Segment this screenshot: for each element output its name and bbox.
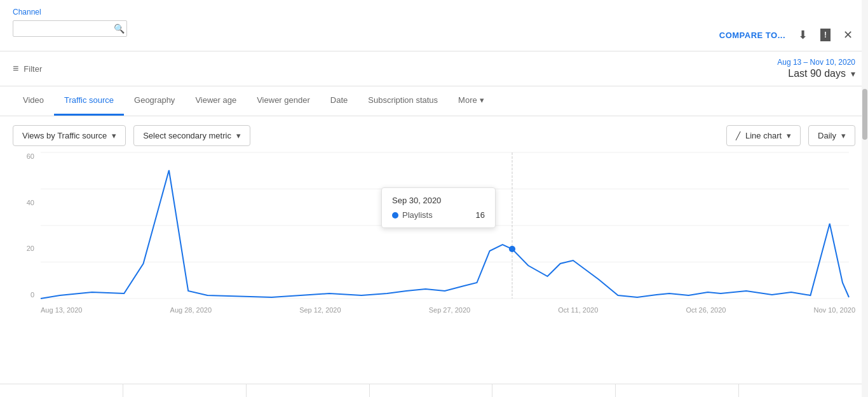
tab-viewer-gender[interactable]: Viewer gender	[247, 86, 320, 116]
date-range-arrow: ▾	[851, 69, 855, 79]
tab-geography[interactable]: Geography	[124, 86, 185, 116]
bottom-tab-3[interactable]	[247, 384, 370, 397]
bottom-tab-1[interactable]	[0, 384, 123, 397]
channel-search-box[interactable]: 🔍	[13, 20, 127, 37]
tabs-container: Video Traffic source Geography Viewer ag…	[0, 86, 868, 116]
controls-left: Views by Traffic source ▾ Select seconda…	[13, 125, 250, 146]
filter-button[interactable]: ≡ Filter	[13, 63, 42, 74]
more-label: More	[458, 95, 477, 105]
filter-bar: ≡ Filter Aug 13 – Nov 10, 2020 Last 90 d…	[0, 51, 868, 86]
tab-viewer-age[interactable]: Viewer age	[185, 86, 247, 116]
date-range-main[interactable]: Last 90 days ▾	[788, 68, 855, 79]
scrollbar[interactable]	[862, 0, 868, 397]
top-bar: Channel 🔍 COMPARE TO... ⬇ ! ✕	[0, 0, 868, 51]
tab-subscription-status[interactable]: Subscription status	[358, 86, 448, 116]
date-range-text: Last 90 days	[788, 68, 846, 79]
chart-type-arrow: ▾	[787, 131, 791, 140]
y-axis: 60 40 20 0	[13, 152, 38, 299]
x-axis-labels: Aug 13, 2020 Aug 28, 2020 Sep 12, 2020 S…	[41, 302, 855, 318]
x-label-nov10: Nov 10, 2020	[814, 306, 855, 314]
frequency-arrow: ▾	[841, 131, 846, 140]
bottom-tab-6[interactable]	[616, 384, 739, 397]
feedback-button[interactable]: !	[820, 29, 831, 41]
tooltip-label: Playlists	[392, 210, 433, 220]
x-label-aug28: Aug 28, 2020	[170, 306, 212, 314]
primary-metric-dropdown[interactable]: Views by Traffic source ▾	[13, 125, 126, 146]
tooltip-row: Playlists 16	[392, 210, 485, 220]
tooltip-value: 16	[476, 210, 485, 220]
tab-more[interactable]: More ▾	[448, 86, 494, 116]
close-button[interactable]: ✕	[841, 25, 855, 44]
scrollbar-thumb[interactable]	[862, 89, 867, 140]
chart-container: 60 40 20 0	[13, 152, 855, 318]
tooltip-date: Sep 30, 2020	[392, 196, 485, 205]
bottom-tabs	[0, 384, 862, 397]
filter-icon: ≡	[13, 63, 18, 74]
y-label-60: 60	[27, 152, 34, 160]
channel-label: Channel	[13, 8, 127, 17]
bottom-tab-7[interactable]	[739, 384, 862, 397]
secondary-metric-arrow: ▾	[236, 131, 241, 140]
controls-right: ╱ Line chart ▾ Daily ▾	[726, 125, 855, 146]
top-bar-right: COMPARE TO... ⬇ ! ✕	[719, 25, 855, 44]
controls-row: Views by Traffic source ▾ Select seconda…	[0, 116, 868, 146]
x-label-oct11: Oct 11, 2020	[558, 306, 598, 314]
x-label-aug13: Aug 13, 2020	[41, 306, 82, 314]
chart-type-icon: ╱	[736, 131, 740, 140]
primary-metric-label: Views by Traffic source	[22, 131, 107, 140]
frequency-label: Daily	[818, 131, 836, 140]
tooltip-dot-chart	[509, 246, 515, 252]
filter-label: Filter	[24, 64, 42, 74]
download-button[interactable]: ⬇	[796, 25, 810, 44]
x-label-sep12: Sep 12, 2020	[299, 306, 341, 314]
bottom-tab-5[interactable]	[492, 384, 616, 397]
y-label-20: 20	[27, 245, 34, 252]
y-label-0: 0	[31, 291, 34, 299]
chart-area: 60 40 20 0	[0, 146, 868, 330]
tab-video[interactable]: Video	[13, 86, 54, 116]
tab-date[interactable]: Date	[320, 86, 358, 116]
y-label-40: 40	[27, 199, 34, 206]
bottom-tab-2[interactable]	[123, 384, 247, 397]
tooltip-metric: Playlists	[402, 210, 433, 220]
date-range-label: Aug 13 – Nov 10, 2020	[777, 58, 855, 67]
secondary-metric-dropdown[interactable]: Select secondary metric ▾	[133, 125, 250, 146]
top-bar-left: Channel 🔍	[13, 8, 127, 37]
channel-search-input[interactable]	[18, 24, 114, 34]
x-label-oct26: Oct 26, 2020	[686, 306, 726, 314]
bottom-tab-4[interactable]	[370, 384, 493, 397]
frequency-dropdown[interactable]: Daily ▾	[808, 125, 855, 146]
date-range-selector[interactable]: Aug 13 – Nov 10, 2020 Last 90 days ▾	[777, 58, 855, 79]
secondary-metric-label: Select secondary metric	[143, 131, 231, 140]
chart-tooltip: Sep 30, 2020 Playlists 16	[381, 187, 496, 228]
tooltip-dot	[392, 212, 398, 219]
primary-metric-arrow: ▾	[112, 131, 116, 140]
tab-traffic-source[interactable]: Traffic source	[54, 86, 124, 116]
chart-type-dropdown[interactable]: ╱ Line chart ▾	[726, 125, 801, 146]
x-label-sep27: Sep 27, 2020	[429, 306, 470, 314]
chart-type-label: Line chart	[745, 131, 782, 140]
more-chevron-icon: ▾	[480, 95, 484, 105]
search-icon: 🔍	[114, 24, 125, 34]
compare-button[interactable]: COMPARE TO...	[719, 30, 785, 40]
